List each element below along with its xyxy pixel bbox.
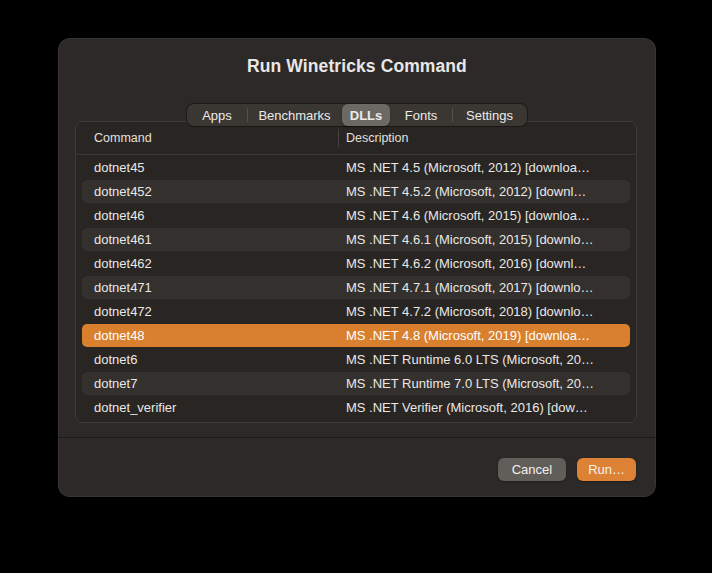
- row-description: MS .NET 4.7.1 (Microsoft, 2017) [downlo…: [346, 280, 630, 295]
- dialog-title: Run Winetricks Command: [58, 56, 656, 77]
- footer-divider: [58, 437, 656, 438]
- tab-apps[interactable]: Apps: [187, 104, 247, 126]
- tab-fonts[interactable]: Fonts: [390, 104, 452, 126]
- row-command: dotnet452: [94, 184, 152, 199]
- table-header: Command Description: [76, 122, 636, 155]
- row-description: MS .NET 4.7.2 (Microsoft, 2018) [downlo…: [346, 304, 630, 319]
- row-command: dotnet45: [94, 160, 145, 175]
- row-description: MS .NET Runtime 6.0 LTS (Microsoft, 20…: [346, 352, 630, 367]
- table-row[interactable]: dotnet471MS .NET 4.7.1 (Microsoft, 2017)…: [76, 275, 636, 299]
- tab-benchmarks[interactable]: Benchmarks: [247, 104, 342, 126]
- row-command: dotnet462: [94, 256, 152, 271]
- row-description: MS .NET 4.6.2 (Microsoft, 2016) [downl…: [346, 256, 630, 271]
- row-command: dotnet48: [94, 328, 145, 343]
- row-command: dotnet_verifier: [94, 400, 176, 415]
- table-row[interactable]: dotnet45MS .NET 4.5 (Microsoft, 2012) [d…: [76, 155, 636, 179]
- table-row[interactable]: dotnet7MS .NET Runtime 7.0 LTS (Microsof…: [76, 371, 636, 395]
- row-command: dotnet7: [94, 376, 137, 391]
- footer: Cancel Run…: [498, 458, 636, 481]
- row-command: dotnet461: [94, 232, 152, 247]
- tab-settings[interactable]: Settings: [452, 104, 527, 126]
- column-header-description[interactable]: Description: [346, 131, 409, 145]
- row-description: MS .NET 4.8 (Microsoft, 2019) [downloa…: [346, 328, 630, 343]
- row-description: MS .NET 4.6 (Microsoft, 2015) [downloa…: [346, 208, 630, 223]
- table-row[interactable]: dotnet46MS .NET 4.6 (Microsoft, 2015) [d…: [76, 203, 636, 227]
- row-description: MS .NET 4.5.2 (Microsoft, 2012) [downl…: [346, 184, 630, 199]
- winetricks-dialog: Run Winetricks Command Command Descripti…: [58, 38, 656, 497]
- table-row[interactable]: dotnet48MS .NET 4.8 (Microsoft, 2019) [d…: [76, 323, 636, 347]
- row-command: dotnet6: [94, 352, 137, 367]
- row-command: dotnet46: [94, 208, 145, 223]
- table-row[interactable]: dotnet472MS .NET 4.7.2 (Microsoft, 2018)…: [76, 299, 636, 323]
- table-row[interactable]: dotnet462MS .NET 4.6.2 (Microsoft, 2016)…: [76, 251, 636, 275]
- column-header-command[interactable]: Command: [94, 131, 152, 145]
- table-row[interactable]: dotnet_verifierMS .NET Verifier (Microso…: [76, 395, 636, 419]
- row-description: MS .NET 4.5 (Microsoft, 2012) [downloa…: [346, 160, 630, 175]
- tab-bar: AppsBenchmarksDLLsFontsSettings: [187, 104, 527, 126]
- row-description: MS .NET 4.6.1 (Microsoft, 2015) [downlo…: [346, 232, 630, 247]
- row-description: MS .NET Verifier (Microsoft, 2016) [dow…: [346, 400, 630, 415]
- tab-dlls[interactable]: DLLs: [342, 104, 390, 126]
- table-body: dotnet45MS .NET 4.5 (Microsoft, 2012) [d…: [76, 155, 636, 419]
- row-description: MS .NET Runtime 7.0 LTS (Microsoft, 20…: [346, 376, 630, 391]
- command-table: Command Description dotnet45MS .NET 4.5 …: [75, 121, 637, 423]
- run-button[interactable]: Run…: [577, 458, 636, 481]
- row-command: dotnet471: [94, 280, 152, 295]
- table-row[interactable]: dotnet461MS .NET 4.6.1 (Microsoft, 2015)…: [76, 227, 636, 251]
- cancel-button[interactable]: Cancel: [498, 458, 566, 481]
- column-divider: [338, 129, 339, 147]
- table-row[interactable]: dotnet452MS .NET 4.5.2 (Microsoft, 2012)…: [76, 179, 636, 203]
- row-command: dotnet472: [94, 304, 152, 319]
- table-row[interactable]: dotnet6MS .NET Runtime 6.0 LTS (Microsof…: [76, 347, 636, 371]
